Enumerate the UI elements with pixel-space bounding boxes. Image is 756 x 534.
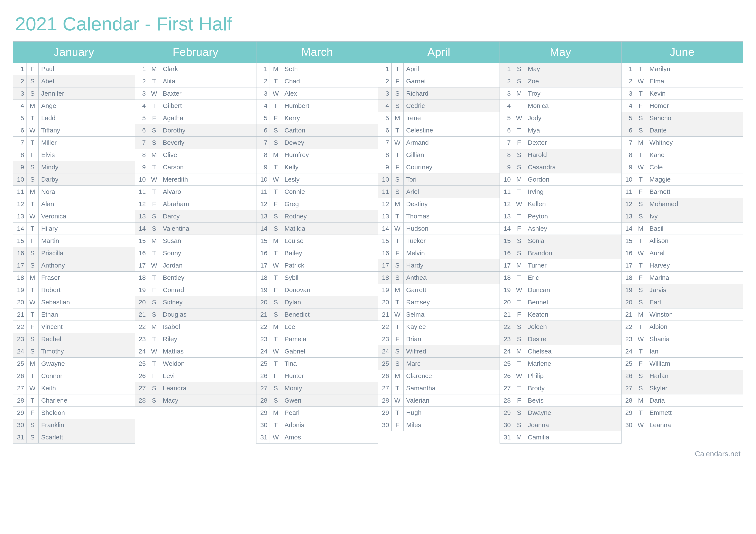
day-weekday: S [270,137,282,149]
day-number: 21 [500,309,513,320]
day-number: 28 [135,394,148,406]
day-name: Winston [647,309,743,320]
day-name: Priscilla [39,247,135,259]
day-name: Keith [39,382,135,394]
day-name: Harold [525,149,622,161]
day-name: Scarlett [39,431,135,443]
day-row: 7FDexter [500,137,622,149]
day-number: 26 [622,370,635,382]
day-name: Alan [39,198,135,210]
day-weekday: T [513,124,525,136]
day-name: Dorothy [160,124,257,136]
day-row: 24STimothy [13,345,135,358]
day-number: 17 [13,259,27,271]
day-weekday: T [392,210,404,222]
day-number: 18 [13,272,27,284]
day-number: 20 [13,296,27,308]
day-name: Abraham [160,198,257,210]
day-weekday: F [148,112,160,124]
day-name: Chad [282,75,378,87]
day-number: 24 [256,345,270,357]
day-number: 18 [622,272,635,284]
day-name: Ivy [647,210,743,222]
day-row: 8FElvis [13,149,135,161]
day-name: Sybil [282,272,378,284]
day-weekday: M [27,100,39,112]
day-number: 6 [256,124,270,136]
day-number: 8 [13,149,27,161]
day-weekday: M [513,173,525,186]
day-row: 1TMarilyn [622,63,743,75]
day-name: Seth [282,63,378,75]
day-number: 8 [378,149,392,161]
day-row: 17MTurner [500,259,622,272]
day-name: Levi [160,370,257,382]
day-weekday: F [392,333,404,345]
day-number: 1 [500,63,513,75]
day-weekday: W [27,296,39,308]
day-name: Camilia [525,431,622,443]
day-row: 9WCole [622,161,743,173]
day-name: Irving [525,186,622,198]
day-name: Daria [647,394,743,406]
day-weekday: T [270,75,282,87]
day-weekday: F [270,198,282,210]
day-row: 14THilary [13,222,135,235]
day-name: Dexter [525,137,622,149]
day-number: 2 [13,75,27,87]
day-number: 3 [378,88,392,99]
day-number: 29 [378,407,392,419]
day-number: 14 [378,222,392,235]
month-column: March1MSeth2TChad3WAlex4THumbert5FKerry6… [256,41,378,444]
day-name: Douglas [160,309,257,320]
day-number: 13 [378,210,392,222]
day-row: 22MLee [256,321,378,333]
day-name: Miller [39,137,135,149]
day-weekday: F [148,198,160,210]
day-number: 12 [500,198,513,210]
day-number: 28 [13,394,27,406]
day-name: Robert [39,284,135,296]
day-name: Marina [647,272,743,284]
day-weekday: S [513,419,525,431]
day-name: Clive [160,149,257,161]
day-number: 10 [378,173,392,186]
day-row: 25TTina [256,358,378,370]
day-row: 30FMiles [378,419,500,431]
day-name: Anthony [39,259,135,271]
day-number: 15 [622,235,635,247]
day-name: Ian [647,345,743,357]
day-row: 23WShania [622,333,743,345]
month-column: May1SMay2SZoe3MTroy4TMonica5WJody6TMya7F… [500,41,622,444]
day-number: 7 [378,137,392,149]
day-weekday: M [513,345,525,357]
day-name: Hilary [39,222,135,235]
day-name: Hunter [282,370,378,382]
day-row: 30SFranklin [13,419,135,431]
day-name: Sonny [160,247,257,259]
day-number: 6 [500,124,513,136]
blank-row [378,431,500,444]
month-header: June [622,41,743,63]
day-row: 20SSidney [135,296,257,309]
month-header: April [378,41,500,63]
day-weekday: W [148,173,160,186]
day-weekday: T [635,407,647,419]
day-number: 30 [378,419,392,431]
day-weekday: F [392,161,404,173]
day-name: Hudson [404,222,500,235]
day-name: Isabel [160,321,257,333]
day-row: 21MWinston [622,309,743,321]
day-name: Kevin [647,88,743,99]
day-weekday: T [27,284,39,296]
day-weekday: T [148,186,160,198]
day-name: Casandra [525,161,622,173]
day-weekday: T [392,321,404,333]
day-row: 28WValerian [378,394,500,407]
day-row: 20TRamsey [378,296,500,309]
day-name: Amos [282,431,378,443]
day-row: 23TPamela [256,333,378,345]
day-weekday: W [392,137,404,149]
day-weekday: T [148,100,160,112]
day-row: 18FMarina [622,272,743,284]
